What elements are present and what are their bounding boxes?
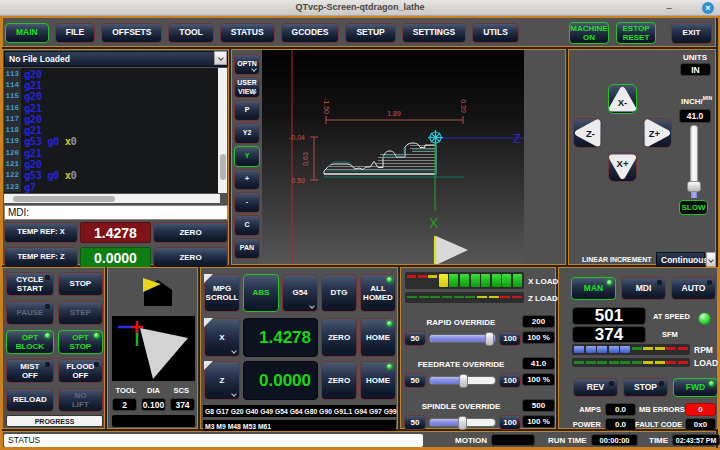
gcode-line[interactable]: 119g53 g0 x0 (4, 136, 220, 147)
rapid-override-slider-handle[interactable] (485, 332, 494, 346)
file-combo-dropdown-icon[interactable] (214, 51, 227, 65)
linear-increment-dropdown-icon[interactable] (706, 252, 716, 267)
tab-file[interactable]: FILE (55, 23, 95, 43)
opt-block-button[interactable]: OPT BLOCK (6, 330, 54, 354)
temp-ref-x-button[interactable]: TEMP REF: X (4, 222, 78, 243)
minimize-button[interactable]: – (662, 1, 676, 15)
cycle-start-button[interactable]: CYCLE START (6, 272, 54, 296)
spindle-stop-button[interactable]: STOP (623, 378, 668, 397)
view-button-y[interactable]: Y (234, 146, 260, 167)
spindle-fwd-button[interactable]: FWD (673, 378, 718, 397)
temp-ref-z-zero-button[interactable]: ZERO (153, 247, 228, 268)
meter-segment (407, 275, 416, 278)
temp-ref-x-zero-button[interactable]: ZERO (153, 222, 228, 243)
tab-tool[interactable]: TOOL (168, 23, 213, 43)
x-zero-button[interactable]: ZERO (321, 318, 357, 357)
gcode-preview-canvas[interactable]: -1.50 1.89 0.39 -0.04 0.63 0.59 (262, 50, 524, 264)
tab-status[interactable]: STATUS (220, 23, 275, 43)
tab-utils[interactable]: UTILS (472, 23, 519, 43)
jog-x-minus-button[interactable]: X- (608, 84, 637, 114)
jog-z-plus-button[interactable]: Z+ (643, 118, 672, 148)
estop-reset-button[interactable]: ESTOP RESET (616, 22, 656, 44)
tab-setup[interactable]: SETUP (345, 23, 395, 43)
meter-segment (666, 347, 676, 350)
gcode-vertical-scrollbar[interactable] (218, 68, 227, 193)
tab-settings[interactable]: SETTINGS (402, 23, 467, 43)
mdi-input[interactable]: MDI: (4, 205, 228, 220)
opt-stop-button[interactable]: OPT STOP (58, 330, 103, 354)
x-axis-button[interactable]: X (204, 318, 240, 357)
gcode-line[interactable]: 122g53 g0 x0 (4, 170, 220, 181)
mdi-button[interactable]: MDI (621, 277, 666, 300)
view-button-y2[interactable]: Y2 (234, 123, 260, 144)
close-button[interactable]: × (702, 2, 714, 14)
feedrate-override-max-button[interactable]: 100 (499, 373, 521, 388)
loaded-file-combo[interactable]: No File Loaded (4, 51, 228, 67)
feedrate-override-slider-handle[interactable] (459, 374, 468, 388)
jog-x-plus-button[interactable]: X+ (608, 152, 637, 182)
spindle-override-min-button[interactable]: 50 (404, 415, 426, 430)
gcode-line[interactable]: 115g20 (4, 91, 220, 102)
gcode-line[interactable]: 121g20 (4, 158, 220, 169)
view-button--[interactable]: - (234, 192, 260, 213)
temp-ref-z-button[interactable]: TEMP REF: Z (4, 247, 78, 268)
z-zero-button[interactable]: ZERO (321, 361, 357, 400)
file-gcode-panel: No File Loaded 113g20114g21115g20116g211… (2, 49, 229, 265)
z-axis-button[interactable]: Z (204, 361, 240, 400)
flood-off-button[interactable]: FLOOD OFF (58, 359, 103, 383)
view-button-user-view[interactable]: USER VIEW (234, 77, 260, 98)
machine-on-button[interactable]: MACHINE ON (569, 22, 609, 44)
meter-segment-lit (460, 274, 469, 287)
view-button-pan[interactable]: PAN (234, 238, 260, 259)
view-button-c[interactable]: C (234, 215, 260, 236)
jog-rate-slider[interactable] (690, 125, 698, 198)
sfm-label: SFM (662, 330, 678, 339)
linear-increment-combo[interactable]: Continuous (656, 252, 705, 267)
meter-segment (419, 296, 429, 299)
svg-text:0.63: 0.63 (302, 152, 309, 166)
feedrate-override-slider[interactable] (429, 376, 496, 385)
mist-off-button[interactable]: MIST OFF (6, 359, 54, 383)
gcode-line[interactable]: 117g20 (4, 113, 220, 124)
exit-button[interactable]: EXIT (671, 22, 712, 44)
x-home-button[interactable]: HOME (360, 318, 396, 357)
all-homed-button[interactable]: ALL HOMED (360, 274, 396, 312)
step-button[interactable]: STEP (58, 301, 103, 325)
tab-gcodes[interactable]: GCODES (281, 23, 340, 43)
gcode-listing[interactable]: 113g20114g21115g20116g21117g20118g21119g… (4, 68, 220, 193)
z-home-button[interactable]: HOME (360, 361, 396, 400)
tab-offsets[interactable]: OFFSETS (101, 23, 162, 43)
spindle-override-max-button[interactable]: 100 (499, 415, 521, 430)
rapid-override-slider[interactable] (429, 334, 496, 343)
slow-button[interactable]: SLOW (679, 200, 708, 215)
no-lift-button[interactable]: NO LIFT (58, 388, 103, 412)
stop-button[interactable]: STOP (58, 272, 103, 296)
spindle-override-slider[interactable] (429, 418, 496, 427)
man-button[interactable]: MAN (571, 277, 616, 300)
mpg-scroll-button[interactable]: MPG SCROLL (204, 274, 240, 312)
view-button--[interactable]: + (234, 169, 260, 190)
gcode-line[interactable]: 114g21 (4, 79, 220, 90)
gcode-line[interactable]: 113g20 (4, 68, 220, 79)
jog-rate-slider-handle[interactable] (687, 181, 701, 192)
pause-button[interactable]: PAUSE (6, 301, 54, 325)
reload-button[interactable]: RELOAD (6, 388, 54, 412)
gcode-line[interactable]: 123g7 (4, 181, 220, 192)
spindle-override-slider-handle[interactable] (458, 416, 467, 430)
g54-button[interactable]: G54 (282, 274, 318, 312)
gcode-horizontal-scrollbar[interactable] (4, 194, 220, 203)
jog-z-minus-button[interactable]: Z- (573, 118, 602, 148)
auto-button[interactable]: AUTO (671, 277, 716, 300)
feedrate-override-min-button[interactable]: 50 (404, 373, 426, 388)
view-button-optn[interactable]: OPTN (234, 54, 260, 75)
rapid-override-max-button[interactable]: 100 (499, 331, 521, 346)
view-button-p[interactable]: P (234, 100, 260, 121)
gcode-line[interactable]: 120g21 (4, 147, 220, 158)
spindle-rev-button[interactable]: REV (573, 378, 618, 397)
dtg-button[interactable]: DTG (321, 274, 357, 312)
abs-button[interactable]: ABS (243, 274, 279, 312)
gcode-line[interactable]: 116g21 (4, 102, 220, 113)
gcode-line[interactable]: 118g21 (4, 124, 220, 135)
rapid-override-min-button[interactable]: 50 (404, 331, 426, 346)
tab-main[interactable]: MAIN (5, 23, 49, 43)
